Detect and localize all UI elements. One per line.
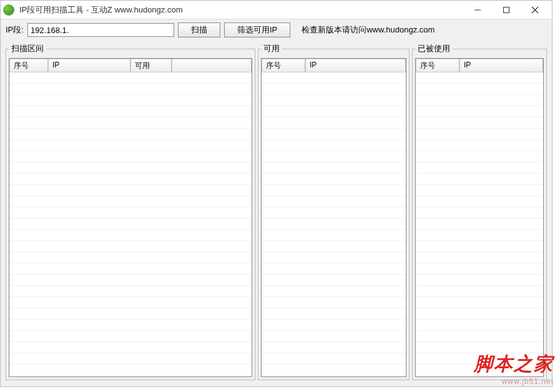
scan-range-legend: 扫描区间 bbox=[9, 43, 46, 54]
table-row bbox=[9, 129, 252, 140]
table-row bbox=[262, 320, 406, 331]
scan-range-body bbox=[9, 72, 252, 376]
available-list[interactable]: 序号 IP bbox=[261, 58, 406, 377]
col-ip[interactable]: IP bbox=[48, 59, 130, 72]
table-row bbox=[416, 263, 543, 275]
close-button[interactable] bbox=[521, 1, 549, 19]
col-index[interactable]: 序号 bbox=[9, 59, 48, 72]
used-group: 已被使用 序号 IP bbox=[412, 43, 547, 380]
table-row bbox=[262, 230, 406, 241]
table-row bbox=[262, 129, 406, 140]
table-row bbox=[416, 174, 543, 185]
table-row bbox=[9, 252, 252, 263]
table-row bbox=[9, 72, 252, 84]
table-row bbox=[9, 140, 252, 151]
table-row bbox=[262, 241, 406, 252]
maximize-button[interactable] bbox=[492, 1, 521, 19]
scan-range-group: 扫描区间 序号 IP 可用 bbox=[6, 43, 255, 380]
table-row bbox=[9, 275, 252, 286]
table-row bbox=[9, 185, 252, 196]
table-row bbox=[262, 365, 406, 376]
table-row bbox=[9, 174, 252, 185]
table-row bbox=[416, 376, 543, 376]
table-row bbox=[9, 196, 252, 207]
table-row bbox=[416, 297, 543, 308]
table-row bbox=[416, 286, 543, 297]
table-row bbox=[416, 230, 543, 241]
table-row bbox=[416, 353, 543, 365]
table-row bbox=[262, 72, 406, 84]
table-row bbox=[262, 252, 406, 263]
col-ip[interactable]: IP bbox=[305, 59, 406, 72]
table-row bbox=[262, 297, 406, 308]
table-row bbox=[262, 331, 406, 342]
col-index[interactable]: 序号 bbox=[262, 59, 305, 72]
table-row bbox=[9, 106, 252, 117]
table-row bbox=[262, 376, 406, 376]
table-row bbox=[416, 72, 543, 84]
available-body bbox=[262, 72, 406, 376]
table-row bbox=[9, 207, 252, 218]
table-row bbox=[416, 320, 543, 331]
version-link[interactable]: 检查新版本请访问www.hudongz.com bbox=[302, 24, 435, 36]
table-row bbox=[9, 117, 252, 129]
table-row bbox=[416, 308, 543, 320]
table-row bbox=[416, 252, 543, 263]
table-row bbox=[262, 207, 406, 218]
used-header: 序号 IP bbox=[416, 59, 543, 72]
table-row bbox=[9, 84, 252, 95]
used-list[interactable]: 序号 IP bbox=[415, 58, 544, 377]
table-row bbox=[9, 353, 252, 365]
table-row bbox=[9, 320, 252, 331]
table-row bbox=[262, 196, 406, 207]
scan-button[interactable]: 扫描 bbox=[178, 22, 220, 37]
table-row bbox=[9, 263, 252, 275]
col-available[interactable]: 可用 bbox=[130, 59, 172, 72]
table-row bbox=[262, 286, 406, 297]
table-row bbox=[9, 162, 252, 174]
table-row bbox=[9, 331, 252, 342]
table-row bbox=[262, 342, 406, 353]
table-row bbox=[416, 241, 543, 252]
window-title: IP段可用扫描工具 - 互动Z www.hudongz.com bbox=[19, 4, 183, 16]
table-row bbox=[9, 365, 252, 376]
table-row bbox=[262, 84, 406, 95]
table-row bbox=[9, 241, 252, 252]
minimize-button[interactable] bbox=[463, 1, 492, 19]
table-row bbox=[262, 353, 406, 365]
table-row bbox=[262, 174, 406, 185]
col-index[interactable]: 序号 bbox=[416, 59, 459, 72]
table-row bbox=[9, 230, 252, 241]
used-body bbox=[416, 72, 543, 376]
toolbar: IP段: 扫描 筛选可用IP 检查新版本请访问www.hudongz.com bbox=[1, 19, 552, 38]
filter-available-button[interactable]: 筛选可用IP bbox=[224, 22, 290, 37]
svg-rect-1 bbox=[504, 7, 509, 12]
ip-label: IP段: bbox=[6, 24, 24, 36]
table-row bbox=[9, 218, 252, 230]
scan-range-list[interactable]: 序号 IP 可用 bbox=[9, 58, 252, 377]
table-row bbox=[262, 308, 406, 320]
table-row bbox=[9, 308, 252, 320]
col-spare[interactable] bbox=[172, 59, 252, 72]
table-row bbox=[262, 185, 406, 196]
table-row bbox=[262, 263, 406, 275]
scan-range-header: 序号 IP 可用 bbox=[9, 59, 252, 72]
table-row bbox=[262, 275, 406, 286]
table-row bbox=[416, 207, 543, 218]
titlebar: IP段可用扫描工具 - 互动Z www.hudongz.com bbox=[1, 1, 552, 19]
table-row bbox=[262, 106, 406, 117]
table-row bbox=[416, 84, 543, 95]
table-row bbox=[416, 185, 543, 196]
col-ip[interactable]: IP bbox=[459, 59, 543, 72]
table-row bbox=[262, 162, 406, 174]
used-legend: 已被使用 bbox=[415, 43, 453, 54]
table-row bbox=[416, 342, 543, 353]
table-row bbox=[416, 162, 543, 174]
app-window: IP段可用扫描工具 - 互动Z www.hudongz.com IP段: 扫描 … bbox=[0, 0, 553, 387]
table-row bbox=[416, 151, 543, 162]
table-row bbox=[416, 106, 543, 117]
ip-input[interactable] bbox=[27, 23, 174, 37]
table-row bbox=[416, 129, 543, 140]
table-row bbox=[9, 342, 252, 353]
table-row bbox=[262, 140, 406, 151]
